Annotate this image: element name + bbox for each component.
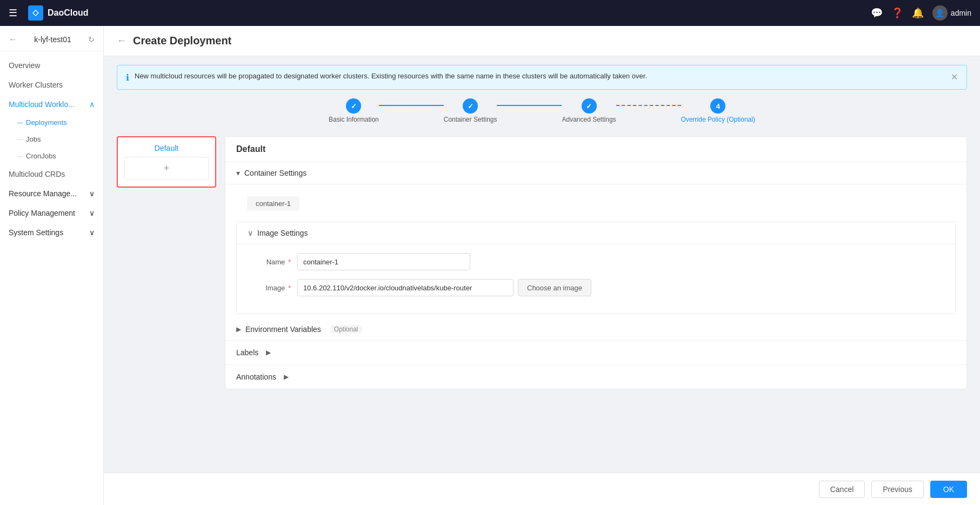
- footer: Cancel Previous OK: [104, 473, 980, 505]
- step-circle-override: 4: [710, 98, 725, 114]
- step-label-container: Container Settings: [444, 116, 497, 123]
- step-line-2: [497, 105, 562, 106]
- sidebar-item-deployments[interactable]: Deployments: [17, 114, 103, 131]
- previous-button[interactable]: Previous: [871, 481, 923, 498]
- dropdown-icon[interactable]: ▾: [236, 169, 240, 177]
- cancel-button[interactable]: Cancel: [819, 481, 865, 498]
- back-icon[interactable]: ←: [9, 35, 17, 44]
- choose-image-button[interactable]: Choose an image: [518, 279, 591, 296]
- env-vars-title: Environment Variables: [245, 325, 321, 334]
- expand-right-annotations-icon: ▶: [284, 373, 289, 381]
- sidebar-item-system-settings[interactable]: System Settings ∨: [0, 223, 103, 242]
- sidebar-item-jobs[interactable]: Jobs: [17, 131, 103, 148]
- chat-icon[interactable]: 💬: [871, 7, 883, 19]
- sidebar-header: ← k-lyf-test01 ↻: [0, 26, 103, 51]
- banner-text: New multicloud resources will be propaga…: [135, 72, 945, 80]
- image-settings-title: Image Settings: [257, 229, 308, 237]
- image-settings-section: ∨ Image Settings Name *: [236, 222, 956, 314]
- step-override: 4 Override Policy (Optional): [681, 98, 755, 123]
- ok-button[interactable]: OK: [930, 481, 967, 498]
- two-panel: Default + Default: [117, 136, 967, 389]
- sidebar-item-multicloud-crds[interactable]: Multicloud CRDs: [0, 164, 103, 184]
- container-add-button[interactable]: +: [124, 157, 209, 180]
- name-row: Name *: [248, 253, 944, 270]
- hamburger-menu-icon[interactable]: ☰: [9, 7, 17, 19]
- step-line-1: [379, 105, 444, 106]
- annotations-title: Annotations: [236, 373, 276, 381]
- sidebar-sub-workloads: Deployments Jobs CronJobs: [0, 114, 103, 164]
- sidebar: ← k-lyf-test01 ↻ Overview Worker Cluster…: [0, 26, 104, 505]
- sidebar-nav: Overview Worker Clusters Multicloud Work…: [0, 51, 103, 247]
- annotations-section[interactable]: Annotations ▶: [225, 364, 966, 389]
- page-back-icon[interactable]: ←: [117, 35, 126, 46]
- logo-text: DaoCloud: [48, 8, 89, 18]
- close-icon[interactable]: ✕: [951, 72, 958, 82]
- right-panel: Default ▾ Container Settings container-1: [225, 136, 967, 389]
- sidebar-item-worker-clusters[interactable]: Worker Clusters: [0, 75, 103, 95]
- steps: ✓ Basic Information ✓ Container Settings…: [117, 98, 967, 123]
- topnav-icons: 💬 ❓ 🔔 👤 admin: [871, 5, 971, 21]
- labels-title: Labels: [236, 348, 258, 357]
- step-basic: ✓ Basic Information: [329, 98, 379, 123]
- image-input[interactable]: [297, 279, 514, 296]
- notification-icon[interactable]: 🔔: [912, 7, 924, 19]
- page-body: ℹ New multicloud resources will be propa…: [104, 56, 980, 505]
- page-header: ← Create Deployment: [104, 26, 980, 56]
- page-title: Create Deployment: [133, 35, 231, 47]
- name-input[interactable]: [297, 253, 470, 270]
- step-advanced: ✓ Advanced Settings: [562, 98, 616, 123]
- sidebar-item-multicloud-workloads[interactable]: Multicloud Worklo... ∧: [0, 95, 103, 114]
- sidebar-item-overview[interactable]: Overview: [0, 56, 103, 75]
- name-label: Name *: [248, 258, 291, 266]
- labels-section[interactable]: Labels ▶: [225, 340, 966, 364]
- right-content: Default ▾ Container Settings container-1: [225, 136, 967, 389]
- collapse-icon[interactable]: ∨: [248, 229, 253, 237]
- image-input-group: Choose an image: [297, 279, 944, 296]
- image-settings-header: ∨ Image Settings: [237, 222, 955, 244]
- image-row: Image * Choose an image: [248, 279, 944, 296]
- step-line-3: [616, 105, 681, 106]
- sidebar-item-resource-manage[interactable]: Resource Manage... ∨: [0, 184, 103, 203]
- right-content-header: Default: [225, 137, 966, 162]
- container-card: Default +: [117, 136, 216, 188]
- container-tab-item[interactable]: container-1: [247, 196, 299, 211]
- step-label-advanced: Advanced Settings: [562, 116, 616, 123]
- container-card-title[interactable]: Default: [124, 144, 209, 152]
- image-label: Image *: [248, 284, 291, 292]
- info-icon: ℹ: [126, 72, 129, 83]
- expand-right-labels-icon: ▶: [266, 349, 271, 356]
- main-content: ← Create Deployment ℹ New multicloud res…: [104, 26, 980, 505]
- step-circle-basic: ✓: [346, 98, 361, 114]
- container-settings-header: ▾ Container Settings: [225, 162, 966, 184]
- sidebar-item-policy-management[interactable]: Policy Management ∨: [0, 203, 103, 223]
- image-required: *: [288, 284, 291, 292]
- container-tabs: container-1: [225, 184, 966, 217]
- chevron-down-icon: ∨: [89, 189, 95, 198]
- chevron-down-icon: ∨: [89, 228, 95, 237]
- left-panel: Default +: [117, 136, 225, 389]
- chevron-up-icon: ∧: [89, 100, 95, 109]
- step-label-basic: Basic Information: [329, 116, 379, 123]
- env-vars-section[interactable]: ▶ Environment Variables Optional: [225, 318, 966, 340]
- image-settings-form: Name * Image *: [237, 244, 955, 314]
- step-circle-advanced: ✓: [582, 98, 597, 114]
- daocloud-logo-icon: [28, 5, 43, 21]
- info-banner: ℹ New multicloud resources will be propa…: [117, 65, 967, 90]
- expand-right-icon: ▶: [236, 325, 241, 333]
- chevron-down-icon: ∨: [89, 209, 95, 217]
- container-settings-title: Container Settings: [244, 169, 306, 177]
- user-menu[interactable]: 👤 admin: [932, 5, 971, 21]
- refresh-icon[interactable]: ↻: [88, 35, 95, 44]
- step-container: ✓ Container Settings: [444, 98, 497, 123]
- sidebar-item-cronjobs[interactable]: CronJobs: [17, 148, 103, 164]
- name-required: *: [288, 258, 291, 266]
- top-navigation: ☰ DaoCloud 💬 ❓ 🔔 👤 admin: [0, 0, 980, 26]
- project-name[interactable]: k-lyf-test01: [34, 35, 71, 44]
- logo: DaoCloud: [28, 5, 89, 21]
- step-circle-container: ✓: [463, 98, 478, 114]
- help-icon[interactable]: ❓: [891, 7, 903, 19]
- avatar: 👤: [932, 5, 948, 21]
- step-label-override: Override Policy (Optional): [681, 116, 755, 123]
- admin-label: admin: [951, 9, 971, 17]
- optional-badge: Optional: [330, 325, 363, 334]
